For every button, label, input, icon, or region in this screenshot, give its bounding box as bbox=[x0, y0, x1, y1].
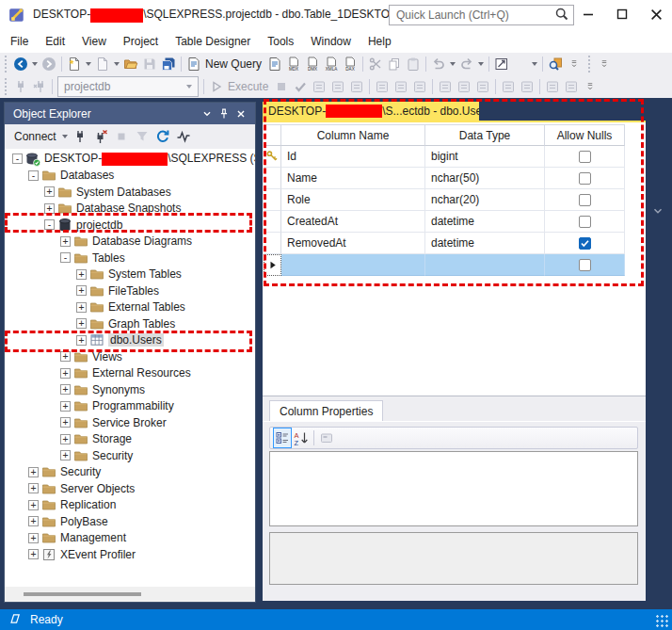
expand-expander[interactable]: + bbox=[28, 516, 39, 526]
intellisense-enabled-button[interactable] bbox=[347, 76, 366, 97]
toolbar2-grip[interactable] bbox=[2, 78, 9, 95]
cell-data-type[interactable]: nchar(20) bbox=[425, 189, 545, 211]
column-header-data-type[interactable]: Data Type bbox=[425, 124, 545, 146]
scrollbar-thumb[interactable] bbox=[24, 592, 141, 596]
tree-item-graph-tables[interactable]: +Graph Tables bbox=[5, 315, 255, 332]
tree-item-databases[interactable]: -Databases bbox=[5, 168, 255, 185]
grid-row-removedat[interactable]: RemovedAtdatetime bbox=[264, 233, 625, 254]
alphabetical-view-button[interactable]: AZ bbox=[292, 428, 311, 448]
navigate-backward-caret[interactable] bbox=[32, 62, 38, 66]
expand-expander[interactable]: + bbox=[60, 401, 71, 412]
tree-item-storage[interactable]: +Storage bbox=[5, 431, 255, 448]
connect-object-explorer-button[interactable] bbox=[70, 126, 90, 147]
expand-expander[interactable]: + bbox=[28, 500, 39, 510]
window-position-icon[interactable] bbox=[199, 106, 216, 121]
cell-column-name[interactable]: CreatedAt bbox=[281, 211, 425, 233]
new-query-file-caret[interactable] bbox=[86, 62, 91, 66]
expand-expander[interactable]: + bbox=[60, 351, 71, 362]
add-new-item-caret[interactable] bbox=[114, 62, 120, 66]
tree-item-external-resources[interactable]: +External Resources bbox=[5, 365, 255, 382]
results-to-grid-button[interactable] bbox=[455, 76, 473, 97]
menu-item-view[interactable]: View bbox=[73, 32, 115, 51]
analysis-services-dmx-query-button[interactable]: DMX bbox=[303, 54, 322, 74]
expand-expander[interactable]: + bbox=[60, 450, 71, 460]
toolbar2-overflow-button[interactable] bbox=[581, 76, 600, 97]
expand-expander[interactable]: + bbox=[76, 318, 87, 329]
database-engine-query-button[interactable] bbox=[265, 54, 284, 74]
tree-item-management[interactable]: +Management bbox=[5, 530, 255, 547]
redo-caret[interactable] bbox=[478, 62, 484, 66]
refresh-button[interactable] bbox=[152, 126, 173, 147]
cancel-executing-query-button[interactable] bbox=[272, 76, 291, 97]
paste-button[interactable] bbox=[404, 54, 423, 74]
tree-item-server[interactable]: -DESKTOP-\SQLEXPRESS (SQL Se bbox=[5, 151, 255, 168]
connect-query-button[interactable] bbox=[11, 76, 30, 97]
allow-nulls-checkbox[interactable] bbox=[579, 216, 591, 228]
query-designer-button[interactable] bbox=[492, 54, 511, 74]
tree-item-dbo-users[interactable]: +dbo.Users bbox=[5, 332, 255, 349]
tree-item-system-tables[interactable]: +System Tables bbox=[5, 267, 255, 283]
redo-button[interactable] bbox=[457, 54, 476, 74]
expand-expander[interactable]: + bbox=[76, 285, 87, 296]
toolbar1-grip[interactable] bbox=[2, 56, 9, 73]
new-query-file-button[interactable] bbox=[65, 54, 84, 74]
parse-button[interactable] bbox=[291, 76, 310, 97]
expand-expander[interactable]: + bbox=[44, 186, 55, 197]
collapse-expander[interactable]: - bbox=[60, 252, 71, 263]
expand-expander[interactable]: + bbox=[60, 384, 71, 395]
tree-item-database-diagrams[interactable]: +Database Diagrams bbox=[5, 234, 255, 250]
cell-column-name[interactable]: Role bbox=[281, 189, 425, 211]
collapse-expander[interactable]: - bbox=[12, 153, 23, 164]
tree-item-views[interactable]: +Views bbox=[5, 348, 255, 365]
copy-button[interactable] bbox=[385, 54, 404, 74]
cut-button[interactable] bbox=[366, 54, 385, 74]
tree-item-system-databases[interactable]: +System Databases bbox=[5, 184, 255, 201]
tree-item-filetables[interactable]: +FileTables bbox=[5, 283, 255, 299]
include-live-query-statistics-button[interactable] bbox=[392, 76, 410, 97]
results-to-text-button[interactable] bbox=[436, 76, 455, 97]
cell-column-name[interactable] bbox=[281, 254, 425, 276]
allow-nulls-checkbox[interactable] bbox=[579, 172, 591, 185]
cell-column-name[interactable]: Id bbox=[281, 146, 425, 168]
new-query-button[interactable] bbox=[184, 54, 203, 74]
expand-expander[interactable]: + bbox=[28, 533, 39, 543]
decrease-indent-button[interactable] bbox=[543, 76, 562, 97]
analysis-services-dax-query-button[interactable]: DAX bbox=[341, 54, 360, 74]
include-client-statistics-button[interactable] bbox=[410, 76, 429, 97]
close-button[interactable] bbox=[640, 0, 672, 28]
allow-nulls-checkbox[interactable] bbox=[579, 194, 591, 206]
undo-caret[interactable] bbox=[450, 62, 456, 66]
row-selector[interactable] bbox=[264, 189, 281, 211]
table-designer-tab[interactable]: DESKTOP-\S...ectdb - dbo.Users bbox=[263, 102, 479, 121]
add-new-item-button[interactable] bbox=[93, 54, 112, 74]
collapse-expander[interactable]: - bbox=[28, 170, 39, 181]
column-properties-tab[interactable]: Column Properties bbox=[269, 400, 383, 421]
save-button[interactable] bbox=[140, 54, 159, 74]
menu-item-table-designer[interactable]: Table Designer bbox=[167, 32, 259, 51]
quick-launch-input[interactable]: Quick Launch (Ctrl+Q) bbox=[389, 5, 574, 25]
execute-button[interactable] bbox=[207, 76, 226, 97]
activity-monitor-button[interactable] bbox=[173, 126, 194, 147]
available-databases-combo[interactable]: projectdb bbox=[57, 76, 199, 97]
comment-out-lines-button[interactable] bbox=[499, 76, 518, 97]
horizontal-scrollbar[interactable] bbox=[5, 587, 255, 602]
stop-button[interactable] bbox=[111, 126, 132, 147]
cell-column-name[interactable]: Name bbox=[281, 168, 425, 189]
cell-data-type[interactable]: datetime bbox=[425, 233, 545, 254]
expand-expander[interactable]: + bbox=[60, 417, 71, 428]
close-icon[interactable] bbox=[232, 106, 249, 121]
navigate-backward-button[interactable] bbox=[11, 54, 30, 74]
row-selector[interactable] bbox=[264, 233, 281, 254]
expand-expander[interactable]: + bbox=[76, 335, 87, 346]
tree-item-security[interactable]: +Security bbox=[5, 464, 255, 481]
menu-item-tools[interactable]: Tools bbox=[259, 32, 302, 51]
menu-item-file[interactable]: File bbox=[2, 32, 37, 51]
column-header-column-name[interactable]: Column Name bbox=[281, 124, 425, 146]
row-selector[interactable] bbox=[264, 168, 281, 189]
locate-in-object-explorer-button[interactable] bbox=[546, 54, 565, 74]
expand-expander[interactable]: + bbox=[76, 269, 87, 280]
new-query-label[interactable]: New Query bbox=[205, 57, 262, 71]
cell-data-type[interactable]: datetime bbox=[425, 211, 545, 233]
expand-expander[interactable]: + bbox=[28, 483, 39, 493]
expand-expander[interactable]: + bbox=[28, 467, 39, 477]
